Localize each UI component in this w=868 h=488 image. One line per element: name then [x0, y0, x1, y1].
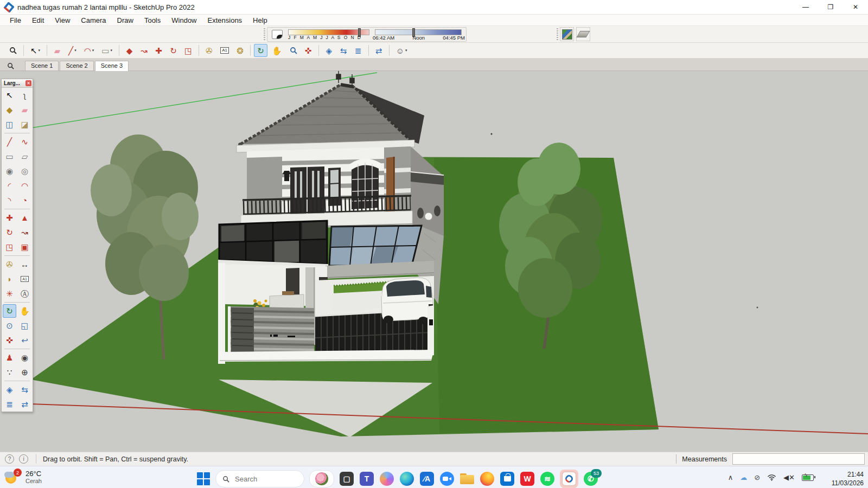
start-button[interactable]	[196, 472, 210, 486]
menu-view[interactable]: View	[49, 16, 75, 24]
zoom-tool[interactable]: ⊙	[3, 319, 16, 332]
eraser-button[interactable]: ▰	[50, 44, 64, 57]
search-input[interactable]	[234, 474, 285, 484]
material-tool[interactable]: ◪	[18, 118, 31, 131]
scale-tool[interactable]: ◳	[3, 240, 16, 254]
tray-chevron-up-icon[interactable]: ∧	[728, 474, 733, 481]
two-point-arc-tool[interactable]: ◠	[18, 179, 31, 192]
scene-tab-1[interactable]: Scene 1	[25, 61, 59, 70]
rotate-button[interactable]: ↻	[167, 44, 180, 57]
palette-title-bar[interactable]: Larg... ✕	[2, 79, 33, 88]
layers-cloud-tool[interactable]: ≣	[3, 397, 16, 411]
menu-tools[interactable]: Tools	[139, 16, 166, 24]
zoom-extents-tool[interactable]: ✜	[3, 333, 16, 347]
taskbar-app-wps-office[interactable]: W	[520, 471, 535, 486]
account-button[interactable]: ☺▾	[393, 44, 411, 57]
info-icon[interactable]: i	[19, 454, 28, 464]
menu-edit[interactable]: Edit	[27, 16, 49, 24]
zoom-window-tool[interactable]: ◱	[18, 319, 31, 332]
layers-cloud-button[interactable]: ≣	[352, 44, 365, 57]
follow-me-button[interactable]: ↝	[137, 44, 151, 57]
protractor-tool[interactable]: ◗	[3, 272, 16, 286]
orbit-tool[interactable]: ↻	[3, 304, 16, 318]
tray-do-not-disturb-icon[interactable]: ⊘	[754, 474, 760, 481]
scene-tab-3[interactable]: Scene 3	[95, 61, 129, 71]
taskbar-search[interactable]	[215, 470, 304, 487]
taskbar-app-whatsapp[interactable]: ✆53	[583, 471, 598, 486]
freehand-tool[interactable]: ∿	[18, 135, 31, 149]
dimension-tool[interactable]: ↔	[18, 258, 31, 271]
shadow-time-slider[interactable]: 06:42 AM Noon 04:45 PM	[375, 28, 462, 41]
rotated-rectangle-tool[interactable]: ▱	[18, 150, 31, 163]
tray-battery-icon[interactable]: ϟ	[802, 474, 814, 481]
select-tool[interactable]: ↖	[3, 88, 16, 102]
connect-download-tool[interactable]: ◈	[3, 383, 16, 396]
pan-tool[interactable]: ✋	[18, 304, 31, 318]
swap-gear-button[interactable]: ⇄	[372, 44, 386, 57]
rectangle-tool[interactable]: ▭	[3, 150, 16, 163]
arc-button[interactable]: ◠▾	[81, 44, 98, 57]
connect-download-button[interactable]: ◈	[322, 44, 336, 57]
taskbar-app-edge[interactable]	[399, 471, 414, 486]
swap-gear-tool[interactable]: ⇄	[18, 397, 31, 411]
position-camera-tool[interactable]: ♟	[3, 351, 16, 364]
move-tool[interactable]: ✚	[3, 211, 16, 224]
add-location-button[interactable]	[560, 27, 574, 41]
menu-window[interactable]: Window	[166, 16, 202, 24]
swap-clock-tool[interactable]: ⇆	[18, 383, 31, 396]
taskbar-clock[interactable]: 21:44 11/03/2026	[832, 470, 864, 487]
axes-tool[interactable]: ✳	[3, 287, 16, 300]
scene-tab-2[interactable]: Scene 2	[60, 61, 93, 70]
three-point-arc-tool[interactable]: ◝	[3, 194, 16, 207]
taskbar-app-app-ia[interactable]: ∕A	[419, 471, 435, 486]
restore-button[interactable]: ❐	[818, 0, 843, 14]
scene-search-icon[interactable]	[3, 61, 17, 70]
walk-tool[interactable]: ∵	[3, 365, 16, 379]
close-button[interactable]: ✕	[843, 0, 868, 14]
lasso-tool[interactable]: ʅ	[18, 88, 31, 102]
3d-text-tool[interactable]: Ⓐ	[18, 287, 31, 300]
tape-measure-button[interactable]: ✇	[202, 44, 216, 57]
line-button[interactable]: ╱▾	[65, 44, 80, 57]
scale-button[interactable]: ◳	[181, 44, 195, 57]
tray-wifi-icon[interactable]	[767, 474, 776, 481]
look-around-tool[interactable]: ◉	[18, 351, 31, 364]
paint-bucket-button[interactable]: ◆	[123, 44, 136, 57]
menu-file[interactable]: File	[4, 16, 27, 24]
arc-tool[interactable]: ◜	[3, 179, 16, 192]
search-button[interactable]	[6, 44, 20, 57]
pie-tool[interactable]: ◔	[18, 194, 31, 207]
follow-me-tool[interactable]: ↝	[18, 226, 31, 239]
menu-help[interactable]: Help	[247, 16, 273, 24]
eraser-tool[interactable]: ▰	[18, 103, 31, 117]
swap-clock-button[interactable]: ⇆	[337, 44, 350, 57]
tray-volume-muted-icon[interactable]: ◀✕	[783, 474, 795, 481]
weather-widget[interactable]: 2 26°C Cerah	[4, 468, 42, 486]
menu-draw[interactable]: Draw	[112, 16, 139, 24]
taskbar-app-file-explorer[interactable]	[459, 471, 475, 486]
make-component-tool[interactable]: ◫	[3, 118, 16, 131]
tape-measure-tool[interactable]: ✇	[3, 258, 16, 271]
search-highlight-tile[interactable]	[309, 470, 334, 487]
viewport-3d-scene[interactable]	[0, 71, 868, 452]
menu-extensions[interactable]: Extensions	[202, 16, 248, 24]
rectangle-button[interactable]: ▭▾	[98, 44, 116, 57]
circle-tool[interactable]: ◉	[3, 164, 16, 178]
taskbar-app-firefox[interactable]	[480, 471, 495, 486]
menu-camera[interactable]: Camera	[75, 16, 111, 24]
pan-button[interactable]: ✋	[269, 44, 285, 57]
tray-onedrive-icon[interactable]: ☁	[740, 474, 747, 481]
offset-tool[interactable]: ▣	[18, 240, 31, 254]
taskbar-app-microsoft-store[interactable]	[500, 471, 515, 486]
text-tool[interactable]: A1	[18, 272, 31, 286]
shadow-date-slider[interactable]: J F M A M J J A S O N D	[288, 28, 369, 41]
toggle-terrain-button[interactable]	[576, 27, 590, 41]
taskbar-app-sketchup[interactable]	[560, 470, 578, 488]
styles-button[interactable]: ❂	[233, 44, 247, 57]
previous-tool[interactable]: ↩	[18, 333, 31, 347]
palette-close-button[interactable]: ✕	[25, 80, 31, 86]
taskbar-app-copilot[interactable]	[379, 471, 394, 486]
polygon-tool[interactable]: ◎	[18, 164, 31, 178]
taskbar-app-dark-app[interactable]: ▢	[339, 471, 354, 486]
measurements-input[interactable]	[732, 453, 865, 465]
